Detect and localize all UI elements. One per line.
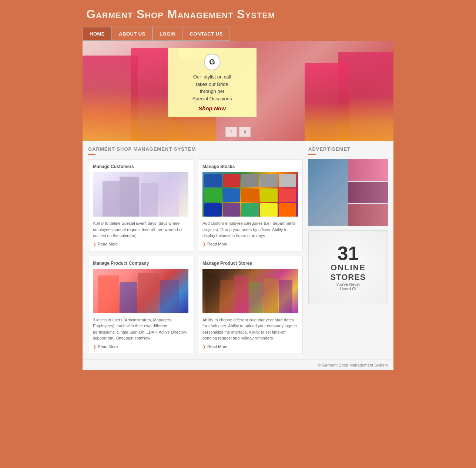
shirt-8 bbox=[241, 188, 259, 202]
stores-fig-e bbox=[264, 278, 278, 313]
hero-figure-5 bbox=[305, 63, 349, 141]
stores-label: STORES bbox=[330, 273, 366, 282]
figure-c bbox=[141, 183, 158, 217]
shirt-6 bbox=[204, 188, 222, 202]
shirt-1 bbox=[204, 174, 222, 187]
figure-a bbox=[103, 181, 120, 217]
shirt-15 bbox=[279, 203, 296, 217]
shirt-4 bbox=[260, 174, 278, 187]
nav-contact[interactable]: CONTACT US bbox=[183, 27, 230, 41]
navigation: HOME ABOUT US LOGIN CONTACT US bbox=[83, 27, 393, 41]
saree-sub-3 bbox=[348, 204, 388, 226]
carousel-next-button[interactable]: ⇩ bbox=[239, 127, 251, 137]
nav-about[interactable]: ABOUT US bbox=[112, 27, 152, 41]
carousel-controls: ⇧ ⇩ bbox=[225, 127, 251, 137]
card-stocks-desc: Add custom employee categories (i.e., de… bbox=[202, 220, 298, 239]
card-company-image bbox=[93, 269, 188, 313]
header: Garment Shop Management System bbox=[83, 0, 393, 27]
card-company-desc: 3 levels of users (Administrators, Manag… bbox=[93, 317, 188, 341]
saree-sub-2 bbox=[348, 182, 388, 204]
card-stocks-title: Manage Stocks bbox=[202, 164, 298, 169]
card-stores-read-more[interactable]: ❯ Read More bbox=[202, 344, 298, 349]
shirt-11 bbox=[204, 203, 222, 217]
card-company-title: Manage Product Company bbox=[93, 261, 188, 266]
card-company: Manage Product Company 3 levels of users… bbox=[88, 256, 193, 354]
shirt-7 bbox=[223, 188, 240, 202]
card-customers-desc: Ability to define Special Event days (da… bbox=[93, 220, 188, 239]
figure-b bbox=[120, 177, 139, 217]
page-wrapper: Garment Shop Management System HOME ABOU… bbox=[83, 0, 393, 370]
hero-tagline: Our stylist on calltakes our Bridethroug… bbox=[173, 73, 251, 102]
card-stores-image bbox=[202, 269, 298, 313]
stores-silhouette bbox=[202, 269, 298, 313]
stores-fig-c bbox=[234, 275, 248, 313]
shirt-10 bbox=[279, 188, 296, 202]
site-title: Garment Shop Management System bbox=[86, 7, 275, 21]
stores-fig-d bbox=[249, 282, 262, 313]
ad-block-2: 31 ONLINE STORES You've Never Heard Of bbox=[308, 230, 388, 304]
nav-login[interactable]: LOGIN bbox=[152, 27, 183, 41]
tshirt-grid bbox=[204, 174, 296, 217]
cards-grid: Manage Customers Ability to define Speci… bbox=[88, 159, 303, 354]
stores-fig-f bbox=[279, 280, 292, 313]
card-stocks-read-more[interactable]: ❯ Read More bbox=[202, 242, 298, 247]
company-fig-d bbox=[160, 280, 179, 313]
saree-advertisement bbox=[308, 159, 388, 226]
card-customers-read-more[interactable]: ❯ Read More bbox=[93, 242, 188, 247]
chevron-right-icon-2: ❯ bbox=[202, 242, 206, 247]
card-stores: Manage Product Stores Ability to choose … bbox=[198, 256, 303, 354]
stocks-silhouette bbox=[202, 172, 298, 217]
advertisement-title: ADVERTISEMET bbox=[308, 146, 388, 152]
saree-sub-1 bbox=[348, 159, 388, 181]
stores-subtitle-1: You've Never bbox=[330, 282, 366, 287]
copyright-text: © Garment Shop Management System bbox=[318, 363, 388, 367]
shirt-9 bbox=[260, 188, 278, 202]
chevron-right-icon: ❯ bbox=[93, 242, 96, 247]
shirt-5 bbox=[279, 174, 296, 187]
hero-text-box: G Our stylist on calltakes our Bridethro… bbox=[168, 48, 257, 117]
saree-left bbox=[308, 159, 348, 226]
card-customers-image bbox=[93, 172, 188, 217]
section-divider bbox=[88, 154, 95, 155]
stores-fig-b bbox=[221, 280, 233, 313]
left-column: GARMENT SHOP MANAGEMENT SYSTEM Manage Cu… bbox=[88, 146, 303, 354]
card-customers: Manage Customers Ability to define Speci… bbox=[88, 159, 193, 251]
saree-right bbox=[348, 159, 388, 226]
customers-silhouette bbox=[93, 172, 188, 217]
section-title: GARMENT SHOP MANAGEMENT SYSTEM bbox=[88, 146, 303, 152]
main-content: GARMENT SHOP MANAGEMENT SYSTEM Manage Cu… bbox=[83, 141, 393, 360]
hero-shop-now-link[interactable]: Shop Now bbox=[173, 105, 251, 111]
card-stores-desc: Ability to choose different calendar yea… bbox=[202, 317, 298, 341]
stores-number: 31 bbox=[330, 244, 366, 263]
card-stores-title: Manage Product Stores bbox=[202, 261, 298, 266]
chevron-right-icon-4: ❯ bbox=[202, 344, 206, 349]
company-fig-c bbox=[138, 273, 159, 313]
shirt-12 bbox=[223, 203, 240, 217]
card-company-read-more[interactable]: ❯ Read More bbox=[93, 344, 188, 349]
online-stores-text: 31 ONLINE STORES You've Never Heard Of bbox=[330, 244, 366, 291]
shirt-2 bbox=[223, 174, 240, 187]
company-fig-a bbox=[98, 275, 119, 313]
shirt-14 bbox=[260, 203, 278, 217]
card-stocks-image bbox=[202, 172, 298, 217]
right-column: ADVERTISEMET 31 ONLINE S bbox=[308, 146, 388, 354]
shirt-3 bbox=[241, 174, 259, 187]
footer: © Garment Shop Management System bbox=[83, 360, 393, 370]
ad-block-1 bbox=[308, 159, 388, 226]
carousel-prev-button[interactable]: ⇧ bbox=[225, 127, 237, 137]
hero-banner: G Our stylist on calltakes our Bridethro… bbox=[83, 41, 393, 141]
card-stocks: Manage Stocks bbox=[198, 159, 303, 251]
shirt-13 bbox=[241, 203, 259, 217]
figure-d bbox=[160, 179, 179, 217]
stores-subtitle-2: Heard Of bbox=[330, 287, 366, 291]
card-customers-title: Manage Customers bbox=[93, 164, 188, 169]
online-stores-advertisement: 31 ONLINE STORES You've Never Heard Of bbox=[308, 230, 388, 304]
stores-fig-a bbox=[205, 273, 220, 313]
hero-figure-1 bbox=[83, 56, 138, 141]
chevron-right-icon-3: ❯ bbox=[93, 344, 96, 349]
online-label: ONLINE bbox=[330, 263, 366, 273]
advertisement-divider bbox=[308, 154, 316, 155]
hero-logo-circle: G bbox=[204, 54, 221, 70]
company-fig-b bbox=[120, 282, 137, 313]
nav-home[interactable]: HOME bbox=[83, 27, 112, 41]
